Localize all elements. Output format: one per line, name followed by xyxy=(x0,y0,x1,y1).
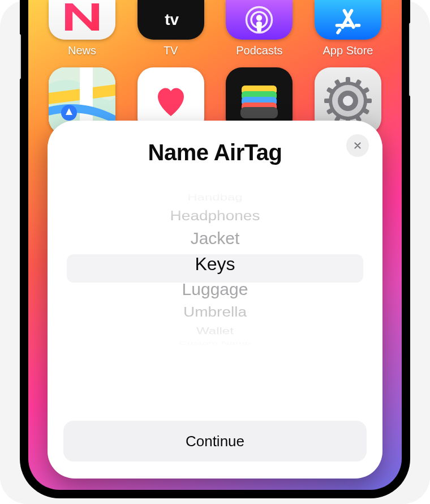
phone-side-button-left xyxy=(20,34,21,79)
app-tv[interactable]: tv TV xyxy=(136,0,205,57)
close-icon xyxy=(352,140,363,151)
picker-option-selected[interactable]: Keys xyxy=(63,250,367,278)
app-label: News xyxy=(68,44,96,57)
app-podcasts[interactable]: Podcasts xyxy=(225,0,294,57)
app-app-store[interactable]: App Store xyxy=(313,0,382,57)
svg-point-2 xyxy=(256,15,262,20)
continue-button-label: Continue xyxy=(186,433,244,450)
phone-side-button-right xyxy=(409,23,410,96)
app-label: TV xyxy=(164,44,178,57)
name-airtag-sheet: Name AirTag Camera Handbag Headphones Ja… xyxy=(48,121,382,479)
tv-icon: tv xyxy=(137,0,204,40)
picker-option[interactable]: Umbrella xyxy=(63,302,367,322)
picker-option[interactable]: Handbag xyxy=(63,192,367,202)
svg-point-18 xyxy=(343,96,353,106)
home-app-row-1: News tv TV xyxy=(48,0,382,57)
app-label: App Store xyxy=(322,44,373,57)
picker-option[interactable]: Headphones xyxy=(63,206,367,225)
app-store-icon xyxy=(315,0,381,40)
picker-option[interactable]: Wallet xyxy=(63,326,367,336)
close-button[interactable] xyxy=(346,134,369,157)
picker-track: Camera Handbag Headphones Jacket Keys Lu… xyxy=(63,186,367,347)
app-label: Podcasts xyxy=(236,44,282,57)
picker-option[interactable]: Camera xyxy=(63,186,367,187)
svg-rect-19 xyxy=(346,77,350,84)
svg-line-7 xyxy=(338,30,339,33)
continue-button[interactable]: Continue xyxy=(63,421,367,462)
stage: News tv TV xyxy=(0,0,430,504)
svg-rect-14 xyxy=(240,107,278,118)
picker-option[interactable]: Luggage xyxy=(63,279,367,300)
podcasts-icon xyxy=(226,0,293,40)
picker-option[interactable]: Custom Name xyxy=(63,340,367,345)
phone-screen: News tv TV xyxy=(28,0,402,490)
sheet-title: Name AirTag xyxy=(63,140,367,165)
phone-frame: News tv TV xyxy=(20,0,410,498)
news-icon xyxy=(49,0,115,40)
picker-option[interactable]: Jacket xyxy=(63,228,367,249)
name-picker[interactable]: Camera Handbag Headphones Jacket Keys Lu… xyxy=(63,186,367,356)
app-news[interactable]: News xyxy=(48,0,117,57)
